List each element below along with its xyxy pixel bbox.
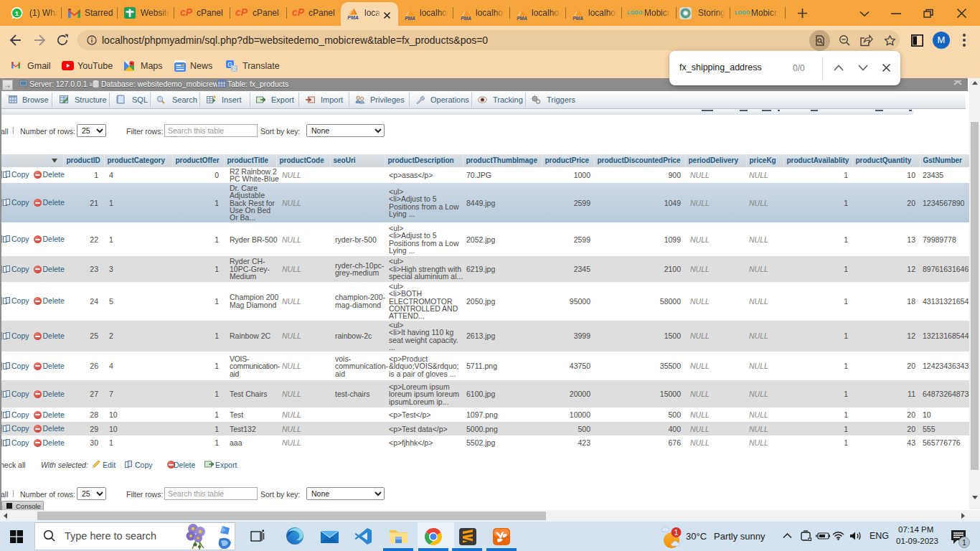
svg-text:PMA: PMA	[347, 15, 359, 20]
svg-text:PMA: PMA	[517, 16, 527, 21]
svg-text:1: 1	[15, 9, 19, 17]
svg-text:文: 文	[232, 65, 237, 72]
svg-text:1: 1	[674, 528, 679, 537]
svg-text:PMA: PMA	[573, 16, 583, 21]
svg-text:✺: ✺	[682, 9, 688, 17]
svg-text:1: 1	[962, 538, 966, 547]
svg-text:PMA: PMA	[405, 16, 415, 21]
svg-text:PMA: PMA	[461, 16, 471, 21]
